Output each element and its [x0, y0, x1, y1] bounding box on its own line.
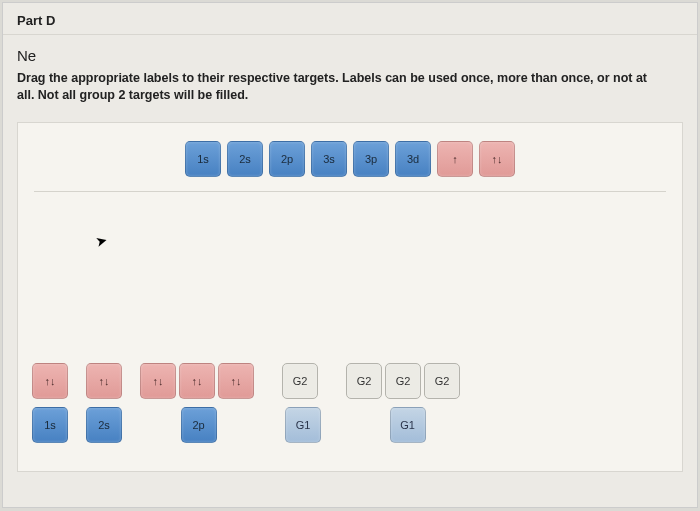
palette-divider: [34, 191, 666, 192]
drop-g2-b-3[interactable]: G2: [424, 363, 460, 399]
spin-label-updown[interactable]: ↑↓: [479, 141, 515, 177]
drop-g2-b-2[interactable]: G2: [385, 363, 421, 399]
question-panel: Part D Ne Drag the appropriate labels to…: [2, 2, 698, 508]
orbital-label-3d[interactable]: 3d: [395, 141, 431, 177]
orbital-label-3s[interactable]: 3s: [311, 141, 347, 177]
drop-g2-b-1[interactable]: G2: [346, 363, 382, 399]
part-header: Part D: [3, 3, 697, 35]
drop-1s-spin[interactable]: ↑↓: [32, 363, 68, 399]
target-g1-a[interactable]: G1: [285, 407, 321, 443]
drop-2p-spin-2[interactable]: ↑↓: [179, 363, 215, 399]
instructions-text: Drag the appropriate labels to their res…: [17, 70, 657, 104]
target-label-2p[interactable]: 2p: [181, 407, 217, 443]
target-g1-b[interactable]: G1: [390, 407, 426, 443]
drop-g2-a-1[interactable]: G2: [282, 363, 318, 399]
element-symbol: Ne: [17, 47, 683, 64]
spin-label-up[interactable]: ↑: [437, 141, 473, 177]
target-label-1s[interactable]: 1s: [32, 407, 68, 443]
drag-workspace: 1s 2s 2p 3s 3p 3d ↑ ↑↓ ➤ ↑↓ ↑↓: [17, 122, 683, 472]
orbital-label-1s[interactable]: 1s: [185, 141, 221, 177]
label-palette: 1s 2s 2p 3s 3p 3d ↑ ↑↓: [24, 141, 676, 177]
drop-2p-spin-1[interactable]: ↑↓: [140, 363, 176, 399]
drop-2s-spin[interactable]: ↑↓: [86, 363, 122, 399]
target-area: ↑↓ ↑↓ ↑↓ ↑↓ ↑↓ G2: [18, 363, 682, 443]
cursor-icon: ➤: [94, 231, 110, 250]
drop-2p-spin-3[interactable]: ↑↓: [218, 363, 254, 399]
target-label-2s[interactable]: 2s: [86, 407, 122, 443]
question-body: Ne Drag the appropriate labels to their …: [3, 35, 697, 114]
orbital-label-2s[interactable]: 2s: [227, 141, 263, 177]
orbital-label-3p[interactable]: 3p: [353, 141, 389, 177]
part-title: Part D: [17, 13, 683, 28]
orbital-label-2p[interactable]: 2p: [269, 141, 305, 177]
